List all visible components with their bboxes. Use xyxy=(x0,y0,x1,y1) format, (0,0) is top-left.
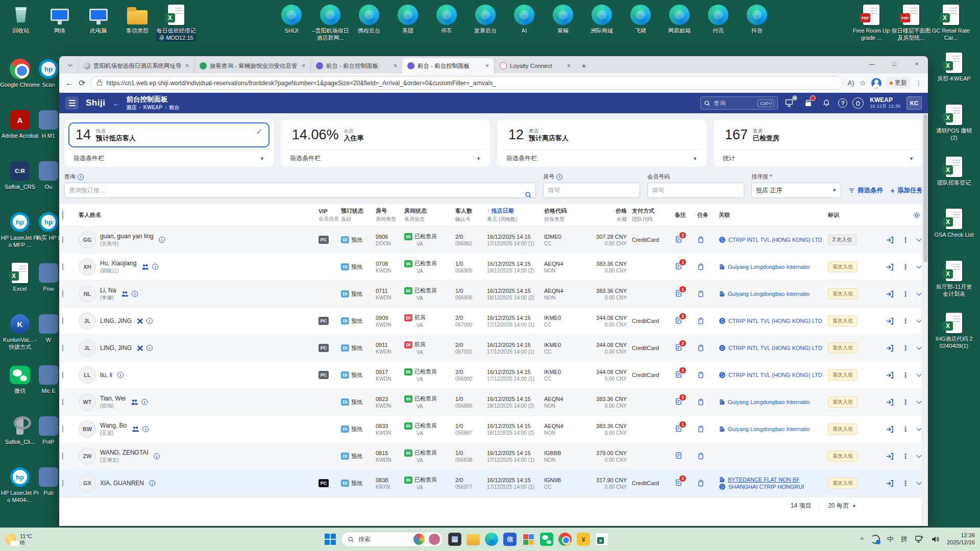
reservation-row[interactable]: BWWang, Bo(王波)iDI预抵0833KWDNIN已检查房VA1/005… xyxy=(59,416,928,443)
tab-close-icon[interactable]: × xyxy=(566,62,572,69)
check-in-icon[interactable] xyxy=(886,453,894,460)
reservation-row[interactable]: WTTian, Wei(田伟)iDI预抵0823KWDNIN已检查房VA1/00… xyxy=(59,389,928,416)
expand-row-icon[interactable] xyxy=(917,237,922,242)
notes-icon[interactable]: 1 xyxy=(675,424,682,433)
info-icon[interactable]: i xyxy=(152,264,158,270)
tasks-clipboard-icon[interactable] xyxy=(697,263,719,271)
notes-icon[interactable]: 2 xyxy=(675,370,682,379)
guest-name[interactable]: LING, JING xyxy=(100,317,132,324)
guest-name[interactable]: guan, guan yan ling xyxy=(100,233,154,240)
row-menu-icon[interactable]: ⋮ xyxy=(902,371,909,379)
row-menu-icon[interactable]: ⋮ xyxy=(902,236,909,244)
guest-name[interactable]: LING, JING xyxy=(100,344,132,352)
window-minimize-button[interactable]: — xyxy=(861,56,883,71)
notes-icon[interactable]: 1 xyxy=(675,397,682,406)
desktop-icon[interactable]: XIHG酒店代码 20240409(1) xyxy=(934,311,974,350)
info-icon[interactable]: i xyxy=(159,237,165,243)
reservation-row[interactable]: JLLING, JINGiPCDI预抵0911KWDNDI脏房VA2/00570… xyxy=(59,335,928,362)
info-icon[interactable]: i xyxy=(146,345,153,351)
stat-card[interactable]: 14.06%在店入住率筛选条件栏▼ xyxy=(281,119,490,167)
taskbar-excel-app-icon[interactable] xyxy=(595,533,608,546)
check-in-icon[interactable] xyxy=(886,425,894,433)
tab-close-icon[interactable]: × xyxy=(393,62,398,69)
row-checkbox[interactable] xyxy=(62,453,63,460)
tasks-clipboard-icon[interactable] xyxy=(697,290,719,298)
filter-conditions-button[interactable]: 筛选条件 xyxy=(848,183,883,198)
check-in-icon[interactable] xyxy=(886,317,894,325)
taskbar-weather-widget[interactable]: 11°C晴 xyxy=(5,533,32,545)
taskbar-chrome-browser-icon[interactable] xyxy=(558,533,572,546)
expand-row-icon[interactable] xyxy=(917,399,922,404)
desktop-icon[interactable]: 停车 xyxy=(427,3,467,35)
check-in-icon[interactable] xyxy=(886,344,894,352)
column-header-price[interactable]: 价格余额 xyxy=(583,207,632,223)
room-number[interactable]: 0917 xyxy=(376,369,404,375)
add-task-button[interactable]: + 添加任务 xyxy=(890,183,923,198)
sync-status-icon[interactable] xyxy=(871,535,880,544)
desktop-icon[interactable]: 携程后台 xyxy=(349,3,389,35)
related-company-link[interactable]: BYTEDANCE FLAT NON BF xyxy=(719,476,828,483)
reservation-row[interactable]: JLLING, JINGiPCDI预抵0909KWDNDI脏房VA2/00570… xyxy=(59,308,928,335)
new-tab-button[interactable]: + xyxy=(578,59,590,71)
guest-name[interactable]: XIA, GUANREN xyxy=(100,480,144,487)
notes-icon[interactable]: 2 xyxy=(675,316,682,324)
info-icon[interactable]: i xyxy=(154,453,160,459)
desktop-icon[interactable]: XGSA Check List xyxy=(934,207,974,239)
home-icon[interactable] xyxy=(852,97,864,109)
guest-name[interactable]: Tian, Wei xyxy=(100,395,126,402)
check-in-icon[interactable] xyxy=(886,371,894,379)
desktop-icon[interactable]: X每日值班经理记录 MOD12.15 xyxy=(156,3,196,42)
guest-name[interactable]: Li, Na xyxy=(100,287,116,294)
room-number[interactable]: 0711 xyxy=(376,288,404,294)
tab-close-icon[interactable]: × xyxy=(301,62,306,69)
desktop-icon[interactable]: 美团 xyxy=(388,3,428,35)
desktop-icon[interactable]: X前厅部-11月资金计划表 xyxy=(934,259,974,298)
stat-card[interactable]: 167客房已检查房统计▼ xyxy=(714,119,923,167)
expand-row-icon[interactable] xyxy=(917,372,922,377)
browser-profile-avatar[interactable] xyxy=(871,78,881,88)
notes-icon[interactable]: 2 xyxy=(675,343,682,352)
desktop-icon[interactable]: XGC Retail Rate Car... xyxy=(931,3,971,42)
desktop-icon[interactable]: SHIJI xyxy=(272,3,311,35)
row-checkbox[interactable] xyxy=(62,290,63,297)
tasks-clipboard-icon[interactable] xyxy=(697,371,719,379)
row-menu-icon[interactable]: ⋮ xyxy=(902,344,909,352)
row-menu-icon[interactable]: ⋮ xyxy=(902,263,909,271)
help-icon[interactable]: ? xyxy=(838,98,847,108)
info-icon[interactable]: i xyxy=(149,480,155,486)
member-number-input[interactable] xyxy=(647,183,744,198)
property-info[interactable]: KWEAP 16 12月 12:36 xyxy=(870,97,900,110)
check-in-icon[interactable] xyxy=(886,290,894,298)
check-in-icon[interactable] xyxy=(886,263,894,271)
taskbar-file-explorer-icon[interactable] xyxy=(467,534,480,545)
row-menu-icon[interactable]: ⋮ xyxy=(902,290,909,298)
sort-select[interactable]: 抵店 正序▼ xyxy=(751,183,841,198)
card-filter-toggle[interactable]: 筛选条件栏▼ xyxy=(68,149,270,167)
desktop-icon[interactable]: 抖音 xyxy=(737,3,777,35)
related-company-link[interactable]: Guiyang Longdongbao Internatio xyxy=(719,263,828,270)
column-header-rstat[interactable]: 房间状态客房状态 xyxy=(404,207,455,223)
expand-row-icon[interactable] xyxy=(917,426,922,431)
notes-icon[interactable]: 2 xyxy=(675,235,682,243)
start-button[interactable] xyxy=(325,534,336,545)
column-header-dates[interactable]: ↑ 抵店日期离店 (房晚数) xyxy=(487,207,544,223)
taskbar-app-grid-icon[interactable] xyxy=(522,533,535,546)
row-checkbox[interactable] xyxy=(62,371,63,379)
row-menu-icon[interactable]: ⋮ xyxy=(902,425,909,433)
info-icon[interactable]: i xyxy=(141,399,148,405)
room-number[interactable]: 0833 xyxy=(376,423,404,429)
column-header-vip[interactable]: VIP会员信息 xyxy=(318,208,341,222)
related-company-link[interactable]: CTRIP INTL TVL (HONG KONG) LTD xyxy=(719,317,828,324)
tab-search-button[interactable] xyxy=(63,58,77,71)
room-number-input[interactable] xyxy=(543,183,640,198)
reservation-row[interactable]: XHHu, Xiaojiang(胡晓江)iDI预抵0709KWDNIN已检查房V… xyxy=(59,254,928,281)
back-button[interactable]: ← xyxy=(65,79,74,88)
expand-row-icon[interactable] xyxy=(917,480,922,485)
reservation-row[interactable]: ZWWANG, ZENGTAI(王增太)iDI预抵0815KWDNIN已检查房V… xyxy=(59,443,928,470)
browser-tab[interactable]: Loyalty Connect× xyxy=(494,58,576,73)
row-checkbox[interactable] xyxy=(62,236,63,243)
taskbar-task-view-icon[interactable] xyxy=(448,533,461,546)
stat-card[interactable]: 12离店预计离店客人筛选条件栏▼ xyxy=(497,119,706,167)
tasks-clipboard-icon[interactable] xyxy=(697,425,719,433)
reservation-row[interactable]: GGguan, guan yan ling(关燕玲)iPCDI预抵0906DOO… xyxy=(59,227,928,254)
